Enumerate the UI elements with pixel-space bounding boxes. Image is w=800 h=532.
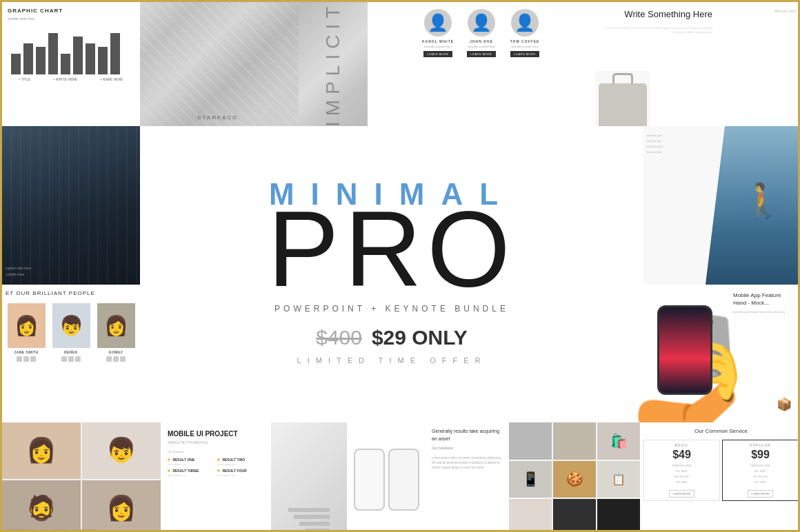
result-dot-3 [168, 469, 170, 472]
dark-building-bg: caption text heresubtitle here [2, 126, 140, 285]
simplicity-bg: SIMPLICITY [299, 2, 368, 126]
team-member-3: 👤 TOM COFFEE describe yourself here LEAR… [506, 9, 544, 57]
social-icon-f3 [106, 356, 112, 362]
service-label-popular: POPULAR [726, 443, 795, 447]
mobile-ui-desc: Our Solutions [168, 450, 264, 454]
service-col-basic: BASIC $49 FEATURE ONENO SIDENO RULESNO S… [643, 440, 720, 501]
results-subtitle: Our Solutions [432, 446, 503, 450]
phone-mockup-2 [388, 449, 419, 511]
grid-cell-3: 🛍️ [597, 422, 640, 460]
person-social-3 [106, 356, 126, 362]
diagonal-inner: 🚶 text line onetext line twotext line th… [643, 126, 800, 285]
slide-simplicity: SIMPLICITY [299, 2, 368, 126]
result-desc-3: description text [168, 473, 214, 477]
brilliant-inner: ET OUR BRILLIANT PEOPLE 👩 JANE SMITH [2, 285, 147, 422]
chart-label-name: ▪ NAME HERE [100, 77, 123, 81]
team-name-3: TOM COFFEE [510, 39, 540, 43]
social-icon-i [30, 356, 36, 362]
chart-subtitle: subtitle write here [8, 17, 134, 21]
ocean-strip: 🚶 [706, 126, 800, 285]
phone-mockup-1 [354, 449, 385, 511]
grid-cell-5: 🍪 [553, 461, 596, 498]
person-1: 👩 JANE SMITH [6, 303, 47, 362]
mobile-ui-inner: MOBILE UI PROJECT SIMPLE BUT POWERFUL Ou… [161, 422, 271, 484]
service-col-popular: POPULAR $99 FEATURE ONENO SIDENO RULESNO… [722, 440, 799, 501]
bag-shape [599, 83, 647, 127]
mobile-feature-desc: describe your feature text here in this … [733, 310, 795, 314]
arch-brand-text: STARK&CO. [197, 114, 241, 121]
slide-staircase [271, 422, 347, 532]
result-dot-2 [217, 458, 220, 461]
team-members: 👤 KAROL WHITE describe yourself here LEA… [419, 9, 544, 57]
step-4 [305, 529, 330, 532]
person-3: 👩 GOMEZ [95, 303, 137, 362]
result-dot-1 [168, 458, 170, 461]
grid-cell-7 [509, 499, 552, 532]
hero-subtitle: POWERPOINT + KEYNOTE BUNDLE [268, 304, 516, 314]
person-photo-2: 👦 [52, 303, 90, 348]
slide-wecan-right: Wecan mort [719, 2, 800, 126]
social-icon-f [17, 356, 22, 362]
common-title: Our Common Service [643, 428, 799, 434]
results-inner: Generally results take acquiring an asse… [426, 422, 509, 476]
team-name-2: JOHN DOE [470, 39, 493, 43]
phone-in-hand [657, 305, 712, 395]
hero-offer: LIMITED TIME OFFER [268, 356, 516, 365]
staircase-steps [288, 508, 330, 532]
result-item-3: RESULT THREE description text [168, 469, 214, 477]
team-name-1: KAROL WHITE [422, 39, 454, 43]
service-label-basic: BASIC [647, 443, 717, 447]
main-container: GRAPHIC CHART subtitle write here ▪ TITL… [0, 0, 800, 532]
social-icon-t [23, 356, 29, 362]
bar-3 [36, 47, 46, 74]
person-name-3: GOMEZ [109, 350, 123, 354]
hero-price-sale: $29 ONLY [372, 326, 468, 349]
grid-cell-6: 📋 [597, 461, 640, 498]
service-features-popular: FEATURE ONENO SIDENO RULESNO SIDE [726, 463, 795, 485]
bag-handle [612, 73, 633, 83]
team-desc-2: describe yourself here [468, 45, 494, 48]
person-social-2 [61, 356, 81, 362]
step-2 [294, 515, 330, 519]
bar-1 [11, 54, 21, 74]
team-member-1: 👤 KAROL WHITE describe yourself here LEA… [419, 9, 457, 57]
slide-mobile-hand: 🤳 Mobile App Feature Hand - Mock... desc… [637, 285, 800, 422]
service-price-basic: $49 [647, 449, 717, 461]
slide-write-here: Write Something Here Lorem ipsum dolor s… [595, 2, 719, 71]
person-photo-1: 👩 [8, 303, 46, 348]
slide-photo-grid: 🛍️ 📱 🍪 📋 [509, 422, 640, 532]
result-title-1: RESULT ONE [168, 458, 214, 462]
photo-grid-inner: 🛍️ 📱 🍪 📋 [509, 422, 640, 532]
mobile-ui-sub: SIMPLE BUT POWERFUL [168, 440, 264, 444]
slide-team-inner: 👤 KAROL WHITE describe yourself here LEA… [368, 2, 595, 70]
bar-5 [61, 54, 70, 74]
person-name-1: JANE SMITH [14, 350, 38, 354]
photo-cell-4: 👩 [82, 480, 161, 533]
slide-team: 👤 KAROL WHITE describe yourself here LEA… [368, 2, 595, 126]
slide-common-service: Our Common Service BASIC $49 FEATURE ONE… [640, 422, 800, 532]
result-dot-4 [217, 469, 220, 472]
common-services-inner: Our Common Service BASIC $49 FEATURE ONE… [640, 422, 800, 507]
grid-cell-1 [509, 422, 552, 460]
chart-title: GRAPHIC CHART [8, 8, 134, 14]
team-avatar-2: 👤 [468, 9, 495, 37]
social-icon-t3 [113, 356, 119, 362]
results-title: Generally results take acquiring an asse… [432, 428, 503, 442]
chart-label-write: ▪ WRITE HERE [54, 77, 78, 81]
result-desc-2: description text [217, 462, 264, 466]
photo-name-labels: PETER PEPPER CARL WINTER KIM SUMMER [6, 529, 97, 532]
wecan-mort: Wecan mort [774, 9, 797, 13]
learn-more-btn-1: LEARN MORE [423, 51, 452, 57]
result-item-4: RESULT FOUR description text [217, 469, 264, 477]
photo-cell-2: 👦 [82, 422, 161, 479]
mobile-feature-text: Mobile App Feature Hand - Mock... descri… [733, 291, 795, 314]
bag-shape-wrapper [599, 71, 647, 126]
slide-dark-building: caption text heresubtitle here [2, 126, 140, 285]
team-desc-3: describe yourself here [511, 45, 538, 48]
photos-grid: 👩 👦 🧔 👩 [2, 422, 161, 532]
bar-2 [23, 43, 33, 74]
staircase-inner [271, 422, 347, 532]
service-learn-more-basic: LEARN MORE [669, 490, 694, 498]
hero-panel [140, 126, 643, 285]
grid-cell-4: 📱 [509, 461, 552, 498]
